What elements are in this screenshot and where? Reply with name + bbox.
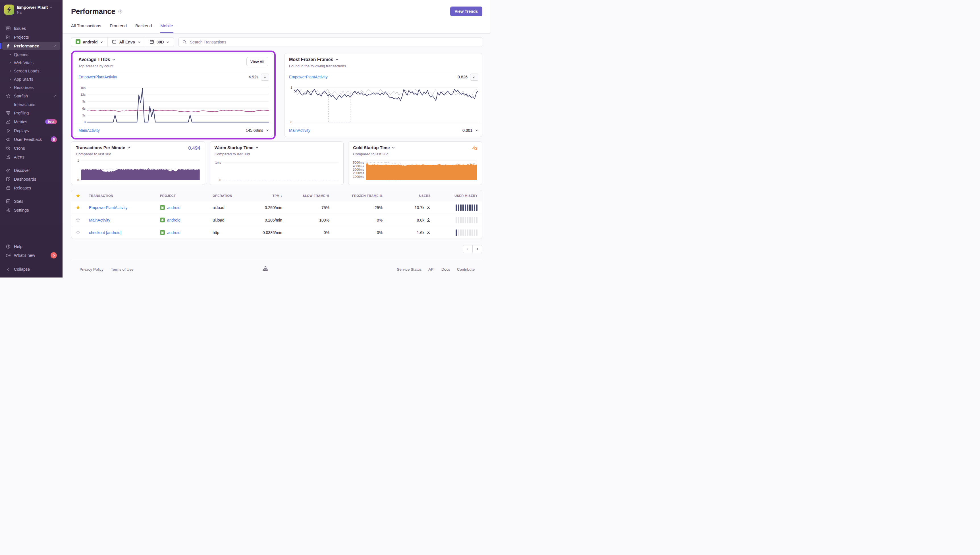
- svg-text:12s: 12s: [80, 93, 85, 96]
- star-filled-icon[interactable]: [76, 205, 80, 210]
- user-misery-bars: [435, 229, 482, 236]
- warm-title[interactable]: Warm Startup Time: [215, 145, 339, 150]
- expand-button[interactable]: [266, 129, 269, 132]
- clock-icon: [6, 146, 11, 151]
- sidebar-item-screen-loads[interactable]: Screen Loads: [2, 67, 60, 75]
- filter-label: android: [83, 40, 98, 44]
- sidebar-item-metrics[interactable]: Metricsbeta: [2, 117, 60, 126]
- transaction-link[interactable]: checkout [android]: [89, 230, 121, 235]
- column-header-user-misery[interactable]: USER MISERY: [435, 194, 482, 197]
- view-all-button[interactable]: View All: [246, 57, 268, 66]
- previous-page-button[interactable]: [463, 245, 473, 253]
- transaction-link[interactable]: EmpowerPlantActivity: [289, 75, 328, 79]
- sidebar-item-label: Profiling: [14, 111, 29, 115]
- column-header-operation[interactable]: OPERATION: [208, 194, 256, 197]
- column-header-project[interactable]: PROJECT: [156, 194, 208, 197]
- footer-link-docs[interactable]: Docs: [442, 267, 450, 271]
- ttid-panel: Average TTIDs Top screens by count View …: [74, 53, 273, 137]
- frozen-panel-title[interactable]: Most Frozen Frames: [289, 57, 346, 62]
- sidebar-item-alerts[interactable]: Alerts: [2, 152, 60, 161]
- expand-button[interactable]: [475, 129, 478, 132]
- sidebar-item-label: Alerts: [14, 155, 24, 159]
- sidebar-item-crons[interactable]: Crons: [2, 144, 60, 152]
- sidebar-item-performance[interactable]: Performance: [2, 42, 60, 50]
- project-link[interactable]: android: [167, 205, 180, 210]
- column-header-slow-frame[interactable]: SLOW FRAME %: [287, 194, 334, 197]
- column-header-users[interactable]: USERS: [387, 194, 435, 197]
- sidebar-item-projects[interactable]: Projects: [2, 33, 60, 42]
- tab-backend[interactable]: Backend: [135, 23, 152, 33]
- slow-frame-cell: 0%: [287, 230, 334, 235]
- sidebar-item-settings[interactable]: Settings: [2, 205, 60, 215]
- sidebar-item-starfish[interactable]: Starfish: [2, 91, 60, 100]
- svg-text:0: 0: [84, 120, 85, 124]
- tab-all-transactions[interactable]: All Transactions: [71, 23, 101, 33]
- sidebar-item-issues[interactable]: Issues: [2, 24, 60, 33]
- column-header-transaction[interactable]: TRANSACTION: [84, 194, 156, 197]
- star-outline-icon[interactable]: [76, 218, 80, 222]
- column-header-frozen-frame[interactable]: FROZEN FRAME %: [334, 194, 387, 197]
- tab-mobile[interactable]: Mobile: [160, 23, 173, 33]
- sidebar-item-queries[interactable]: Queries: [2, 50, 60, 58]
- table-header: TRANSACTIONPROJECTOPERATIONTPM↓SLOW FRAM…: [71, 190, 482, 201]
- footer-link-contribute[interactable]: Contribute: [457, 267, 475, 271]
- footer-link-terms-of-use[interactable]: Terms of Use: [111, 267, 133, 271]
- sidebar-item-discover[interactable]: Discover: [2, 166, 60, 175]
- collapse-button[interactable]: [470, 74, 478, 81]
- sidebar-item-label: Resources: [14, 85, 34, 90]
- sidebar-item-stats[interactable]: Stats: [2, 197, 60, 205]
- org-switcher[interactable]: Empower Plant Nar: [0, 4, 63, 18]
- telescope-icon: [6, 168, 11, 173]
- project-link[interactable]: android: [167, 218, 180, 222]
- tabs: All TransactionsFrontendBackendMobile: [71, 23, 482, 33]
- sidebar-item-replays[interactable]: Replays: [2, 126, 60, 135]
- sidebar-item-releases[interactable]: Releases: [2, 183, 60, 192]
- svg-text:2000ms: 2000ms: [353, 171, 365, 175]
- svg-text:15s: 15s: [80, 86, 85, 90]
- sidebar-item-resources[interactable]: Resources: [2, 83, 60, 91]
- metrics-icon: [6, 119, 11, 124]
- ttid-panel-title[interactable]: Average TTIDs: [79, 57, 116, 62]
- sidebar-item-user-feedback[interactable]: User FeedbackB: [2, 135, 60, 144]
- sidebar-item-dashboards[interactable]: Dashboards: [2, 175, 60, 183]
- releases-icon: [6, 186, 11, 191]
- search-input[interactable]: [189, 40, 479, 45]
- sidebar-item-help[interactable]: Help: [2, 242, 60, 251]
- sidebar-item-what-s-new[interactable]: What's new5: [2, 251, 60, 260]
- warm-subtitle: Compared to last 30d: [215, 152, 339, 156]
- transaction-link[interactable]: MainActivity: [289, 128, 310, 133]
- view-trends-button[interactable]: View Trends: [450, 6, 482, 16]
- transaction-link[interactable]: MainActivity: [79, 128, 100, 133]
- sidebar-item-app-starts[interactable]: App Starts: [2, 75, 60, 83]
- column-header-tpm[interactable]: TPM↓: [256, 194, 287, 198]
- sidebar-item-interactions[interactable]: Interactions: [2, 100, 60, 109]
- tpm-title[interactable]: Transactions Per Minute: [76, 145, 200, 150]
- footer-link-privacy-policy[interactable]: Privacy Policy: [80, 267, 103, 271]
- footer: Privacy PolicyTerms of Use Service Statu…: [71, 261, 482, 278]
- star-column-header-icon: [76, 193, 80, 198]
- cold-title[interactable]: Cold Startup Time: [353, 145, 477, 150]
- sidebar-item-profiling[interactable]: Profiling: [2, 109, 60, 117]
- help-circle-icon[interactable]: [118, 9, 123, 14]
- search-box[interactable]: [178, 37, 482, 47]
- transaction-link[interactable]: MainActivity: [89, 218, 110, 222]
- transaction-link[interactable]: EmpowerPlantActivity: [89, 205, 127, 210]
- filter-30d[interactable]: 30D: [145, 37, 174, 47]
- star-outline-icon[interactable]: [76, 230, 80, 235]
- filter-all-envs[interactable]: All Envs: [108, 37, 145, 47]
- user-icon: [426, 230, 431, 234]
- filter-android[interactable]: android: [71, 37, 108, 47]
- footer-link-service-status[interactable]: Service Status: [397, 267, 421, 271]
- sidebar-item-web-vitals[interactable]: Web Vitals: [2, 58, 60, 67]
- transaction-link[interactable]: EmpowerPlantActivity: [79, 75, 117, 79]
- collapse-button[interactable]: [261, 74, 269, 81]
- warm-chart-wrap: 1ms0: [212, 158, 340, 182]
- next-page-button[interactable]: [472, 245, 482, 253]
- tpm-cell: 0.206/min: [256, 218, 287, 222]
- sidebar-item-collapse[interactable]: Collapse: [2, 265, 60, 274]
- frozen-frame-cell: 25%: [334, 205, 387, 210]
- project-link[interactable]: android: [167, 230, 180, 235]
- tab-frontend[interactable]: Frontend: [110, 23, 127, 33]
- tpm-chart: 10: [74, 158, 201, 182]
- footer-link-api[interactable]: API: [428, 267, 435, 271]
